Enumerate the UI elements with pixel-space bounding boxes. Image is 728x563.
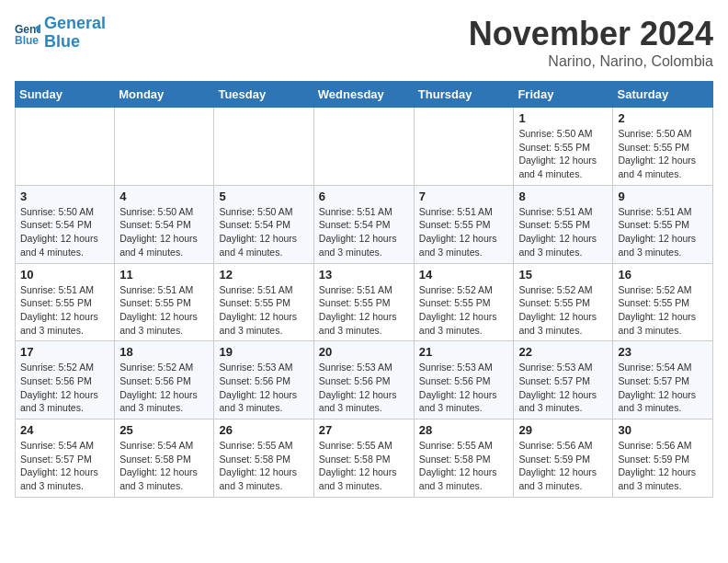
- day-info: Sunrise: 5:51 AMSunset: 5:55 PMDaylight:…: [119, 283, 209, 338]
- day-number: 10: [20, 268, 109, 282]
- day-of-week-header: Sunday: [16, 82, 115, 108]
- calendar-cell: 30Sunrise: 5:56 AMSunset: 5:59 PMDayligh…: [613, 419, 713, 498]
- day-of-week-header: Monday: [115, 82, 214, 108]
- calendar-cell: 11Sunrise: 5:51 AMSunset: 5:55 PMDayligh…: [115, 263, 214, 341]
- calendar-cell: 10Sunrise: 5:51 AMSunset: 5:55 PMDayligh…: [16, 263, 115, 341]
- day-number: 7: [419, 190, 509, 203]
- day-number: 15: [518, 268, 608, 282]
- day-info: Sunrise: 5:56 AMSunset: 5:59 PMDaylight:…: [518, 439, 608, 493]
- day-info: Sunrise: 5:51 AMSunset: 5:55 PMDaylight:…: [618, 205, 708, 259]
- day-number: 25: [119, 423, 209, 437]
- day-info: Sunrise: 5:53 AMSunset: 5:57 PMDaylight:…: [518, 361, 608, 415]
- calendar-cell: 18Sunrise: 5:52 AMSunset: 5:56 PMDayligh…: [115, 341, 214, 419]
- calendar-cell: 15Sunrise: 5:52 AMSunset: 5:55 PMDayligh…: [514, 263, 613, 341]
- logo: General Blue GeneralBlue: [15, 15, 106, 52]
- logo-icon: General Blue: [15, 20, 40, 46]
- day-info: Sunrise: 5:50 AMSunset: 5:55 PMDaylight:…: [518, 127, 608, 181]
- day-number: 13: [319, 268, 409, 282]
- calendar-cell: 23Sunrise: 5:54 AMSunset: 5:57 PMDayligh…: [613, 341, 713, 419]
- title-block: November 2024 Narino, Narino, Colombia: [469, 15, 713, 70]
- day-number: 26: [219, 423, 308, 437]
- day-number: 22: [518, 345, 608, 359]
- day-number: 11: [119, 268, 209, 282]
- day-number: 28: [419, 423, 509, 437]
- calendar-cell: 7Sunrise: 5:51 AMSunset: 5:55 PMDaylight…: [414, 185, 514, 263]
- month-title: November 2024: [469, 15, 713, 53]
- calendar-cell: 20Sunrise: 5:53 AMSunset: 5:56 PMDayligh…: [313, 341, 414, 419]
- calendar-cell: 4Sunrise: 5:50 AMSunset: 5:54 PMDaylight…: [115, 185, 214, 263]
- calendar-cell: [214, 108, 313, 186]
- calendar-cell: 21Sunrise: 5:53 AMSunset: 5:56 PMDayligh…: [414, 341, 514, 419]
- calendar-cell: 2Sunrise: 5:50 AMSunset: 5:55 PMDaylight…: [613, 108, 713, 186]
- day-number: 30: [618, 423, 708, 437]
- day-info: Sunrise: 5:55 AMSunset: 5:58 PMDaylight:…: [319, 439, 409, 493]
- calendar-cell: 13Sunrise: 5:51 AMSunset: 5:55 PMDayligh…: [313, 263, 414, 341]
- day-number: 2: [618, 111, 708, 125]
- calendar-cell: [115, 108, 214, 186]
- day-number: 29: [518, 423, 608, 437]
- day-number: 20: [319, 345, 409, 359]
- day-of-week-header: Saturday: [613, 82, 713, 108]
- day-info: Sunrise: 5:55 AMSunset: 5:58 PMDaylight:…: [219, 439, 308, 493]
- day-info: Sunrise: 5:52 AMSunset: 5:55 PMDaylight:…: [618, 283, 708, 338]
- calendar-cell: 12Sunrise: 5:51 AMSunset: 5:55 PMDayligh…: [214, 263, 313, 341]
- day-number: 24: [20, 423, 109, 437]
- calendar-cell: 9Sunrise: 5:51 AMSunset: 5:55 PMDaylight…: [613, 185, 713, 263]
- day-info: Sunrise: 5:51 AMSunset: 5:55 PMDaylight:…: [219, 283, 308, 338]
- day-number: 12: [219, 268, 308, 282]
- calendar-cell: 19Sunrise: 5:53 AMSunset: 5:56 PMDayligh…: [214, 341, 313, 419]
- day-number: 19: [219, 345, 308, 359]
- calendar-cell: 28Sunrise: 5:55 AMSunset: 5:58 PMDayligh…: [414, 419, 514, 498]
- day-number: 16: [618, 268, 708, 282]
- day-number: 14: [419, 268, 509, 282]
- day-info: Sunrise: 5:53 AMSunset: 5:56 PMDaylight:…: [319, 361, 409, 415]
- day-of-week-header: Thursday: [414, 82, 514, 108]
- calendar-cell: 29Sunrise: 5:56 AMSunset: 5:59 PMDayligh…: [514, 419, 613, 498]
- day-info: Sunrise: 5:51 AMSunset: 5:55 PMDaylight:…: [319, 283, 409, 338]
- logo-text: GeneralBlue: [44, 15, 106, 52]
- day-info: Sunrise: 5:52 AMSunset: 5:55 PMDaylight:…: [518, 283, 608, 338]
- day-number: 9: [618, 190, 708, 203]
- day-info: Sunrise: 5:54 AMSunset: 5:57 PMDaylight:…: [618, 361, 708, 415]
- day-of-week-header: Friday: [514, 82, 613, 108]
- day-of-week-header: Tuesday: [214, 82, 313, 108]
- calendar-cell: [313, 108, 414, 186]
- day-number: 8: [518, 190, 608, 203]
- day-info: Sunrise: 5:50 AMSunset: 5:54 PMDaylight:…: [20, 205, 109, 259]
- day-info: Sunrise: 5:51 AMSunset: 5:55 PMDaylight:…: [20, 283, 109, 338]
- day-info: Sunrise: 5:52 AMSunset: 5:55 PMDaylight:…: [419, 283, 509, 338]
- day-info: Sunrise: 5:53 AMSunset: 5:56 PMDaylight:…: [419, 361, 509, 415]
- day-number: 23: [618, 345, 708, 359]
- day-info: Sunrise: 5:51 AMSunset: 5:55 PMDaylight:…: [518, 205, 608, 259]
- day-info: Sunrise: 5:52 AMSunset: 5:56 PMDaylight:…: [119, 361, 209, 415]
- calendar-cell: 8Sunrise: 5:51 AMSunset: 5:55 PMDaylight…: [514, 185, 613, 263]
- calendar-cell: 6Sunrise: 5:51 AMSunset: 5:54 PMDaylight…: [313, 185, 414, 263]
- day-info: Sunrise: 5:50 AMSunset: 5:55 PMDaylight:…: [618, 127, 708, 181]
- day-number: 21: [419, 345, 509, 359]
- day-info: Sunrise: 5:52 AMSunset: 5:56 PMDaylight:…: [20, 361, 109, 415]
- page-header: General Blue GeneralBlue November 2024 N…: [15, 15, 713, 70]
- day-of-week-header: Wednesday: [313, 82, 414, 108]
- day-info: Sunrise: 5:51 AMSunset: 5:54 PMDaylight:…: [319, 205, 409, 259]
- calendar-cell: [16, 108, 115, 186]
- calendar: SundayMondayTuesdayWednesdayThursdayFrid…: [15, 81, 713, 498]
- day-number: 1: [518, 111, 608, 125]
- calendar-cell: 25Sunrise: 5:54 AMSunset: 5:58 PMDayligh…: [115, 419, 214, 498]
- day-info: Sunrise: 5:51 AMSunset: 5:55 PMDaylight:…: [419, 205, 509, 259]
- day-info: Sunrise: 5:50 AMSunset: 5:54 PMDaylight:…: [219, 205, 308, 259]
- day-number: 6: [319, 190, 409, 203]
- day-info: Sunrise: 5:54 AMSunset: 5:57 PMDaylight:…: [20, 439, 109, 493]
- day-number: 18: [119, 345, 209, 359]
- calendar-cell: 17Sunrise: 5:52 AMSunset: 5:56 PMDayligh…: [16, 341, 115, 419]
- day-number: 5: [219, 190, 308, 203]
- calendar-cell: 5Sunrise: 5:50 AMSunset: 5:54 PMDaylight…: [214, 185, 313, 263]
- calendar-cell: 24Sunrise: 5:54 AMSunset: 5:57 PMDayligh…: [16, 419, 115, 498]
- calendar-cell: 1Sunrise: 5:50 AMSunset: 5:55 PMDaylight…: [514, 108, 613, 186]
- svg-text:Blue: Blue: [15, 34, 39, 46]
- calendar-cell: 14Sunrise: 5:52 AMSunset: 5:55 PMDayligh…: [414, 263, 514, 341]
- day-info: Sunrise: 5:50 AMSunset: 5:54 PMDaylight:…: [119, 205, 209, 259]
- day-info: Sunrise: 5:55 AMSunset: 5:58 PMDaylight:…: [419, 439, 509, 493]
- location: Narino, Narino, Colombia: [469, 53, 713, 70]
- day-number: 4: [119, 190, 209, 203]
- day-number: 17: [20, 345, 109, 359]
